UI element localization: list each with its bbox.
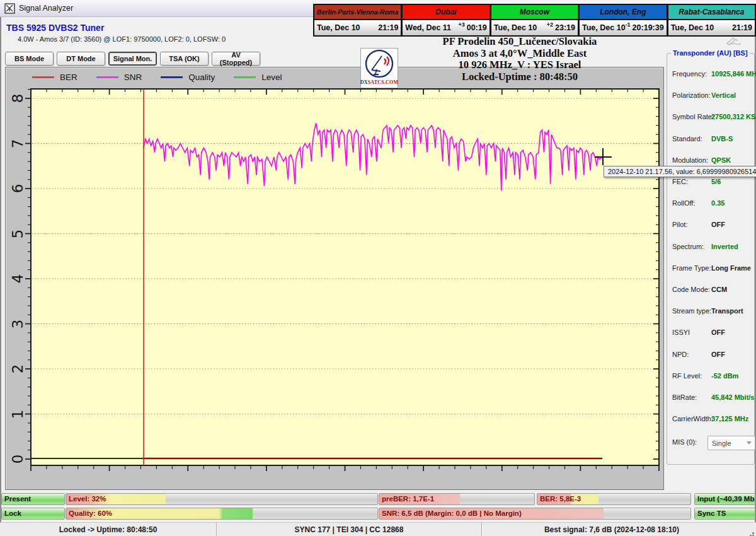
transponder-label: RollOff: (672, 199, 695, 209)
signal-analyzer-window: { "window": {"title": "Signal Analyzer"}… (0, 0, 756, 536)
quality-meter: Quality: 60% (66, 508, 378, 520)
meter-label: SNR: 6,5 dB (Margin: 0,0 dB | No Margin) (382, 508, 522, 519)
transponder-value: OFF (711, 221, 725, 228)
y-axis-label: 5 (8, 224, 27, 243)
clock-date: Tue, Dec 10 (317, 23, 376, 32)
sync-ts-meter: Sync TS (694, 508, 755, 520)
transponder-value: 10925,846 MHz (711, 70, 756, 78)
transponder-panel-title: Transponder (AU) [BS] (671, 49, 750, 57)
clock-city-label: London, Eng (580, 5, 667, 20)
clock-utc-offset: -1 (626, 21, 631, 28)
mis-dropdown[interactable]: Single (707, 436, 755, 450)
tuner-config: 4.0W - Amos 3/7 (ID: 3560) @ LOF1: 97500… (18, 35, 226, 43)
dt-mode-button[interactable]: DT Mode (57, 52, 105, 66)
transponder-label: Frame Type: (672, 264, 711, 274)
ber-legend-line (32, 76, 54, 78)
transponder-value: 37,125 MHz (711, 415, 748, 422)
resize-grip[interactable] (752, 532, 754, 534)
transponder-row: Symbol Rate:27500,312 KS/s (672, 113, 750, 122)
app-icon (4, 3, 15, 14)
legend-item-level: Level (234, 73, 282, 82)
status-best-signal: Best signal: 7,6 dB (2024-12-08 18:10) (482, 523, 742, 536)
transponder-row: ISSYIOFF (672, 329, 750, 338)
lock-meter: Lock (1, 508, 65, 520)
clock-utc-offset: +3 (458, 21, 464, 28)
transponder-label: RF Level: (672, 372, 702, 382)
transponder-value: OFF (711, 329, 725, 336)
clock-berlin: Berlin-Paris-Vienna-Roma Tue, Dec 10 21:… (313, 4, 402, 37)
transponder-label: CarrierWidth: (672, 415, 713, 424)
transponder-label: Code Mode: (672, 286, 710, 295)
transponder-value: 45,842 Mbit/s (711, 393, 754, 401)
clock-utc-offset: +2 (547, 21, 553, 28)
transponder-value: QPSK (711, 156, 731, 164)
station-line-satellite: Amos 3 at 4,0°W_Middle East (384, 48, 655, 60)
transponder-value: 0.35 (711, 199, 724, 207)
status-bar: Locked -> Uptime: 80:48:50 SYNC 177 | TE… (0, 522, 756, 536)
cursor-tooltip: 2024-12-10 21.17.56, value: 6,6999998092… (604, 166, 756, 177)
y-axis-label: 8 (8, 89, 27, 108)
legend-item-snr: SNR (96, 73, 142, 82)
meter-label: Sync TS (697, 508, 726, 519)
window-title: Signal Analyzer (19, 4, 73, 13)
ber-meter: BER: 5,8E-3 (537, 493, 691, 505)
y-axis-label: 7 (8, 134, 27, 153)
transponder-label: Frequency: (672, 70, 707, 79)
transponder-row: NPD:OFF (672, 351, 750, 360)
transponder-value: OFF (711, 351, 725, 358)
transponder-row: CarrierWidth:37,125 MHz (672, 415, 750, 424)
y-axis-label: 2 (8, 359, 27, 378)
tsa-button[interactable]: TSA (OK) (160, 52, 209, 66)
station-title-block: PF Prodelin 450_Lučenec/Slovakia Amos 3 … (384, 36, 655, 83)
transponder-value: 27500,312 KS/s (711, 113, 756, 120)
clock-city-label: Rabat-Casablanca (668, 5, 755, 20)
transponder-value: Transport (711, 307, 743, 315)
meter-label: Input (~40,39 Mbps) (697, 494, 755, 504)
status-sync-counters: SYNC 177 | TEI 304 | CC 12868 (217, 523, 482, 536)
clock-time-value: 21:19 (378, 23, 398, 32)
transponder-label: Spectrum: (672, 243, 704, 252)
clock-time-value: 00:19 (467, 23, 487, 32)
signal-mon-button[interactable]: Signal Mon. (108, 52, 157, 66)
meter-label: preBER: 1,7E-1 (382, 494, 434, 504)
tuner-title: TBS 5925 DVBS2 Tuner (6, 23, 104, 33)
transponder-label: Stream type: (672, 307, 711, 317)
transponder-row: BitRate:45,842 Mbit/s (672, 393, 750, 403)
transponder-value: Inverted (711, 243, 738, 250)
transponder-row: Polarization:Vertical (672, 91, 750, 101)
station-line-uptime: Locked-Uptime : 80:48:50 (384, 71, 655, 83)
bs-mode-button[interactable]: BS Mode (5, 52, 54, 66)
status-uptime: Locked -> Uptime: 80:48:50 (0, 523, 217, 536)
clock-london: London, Eng Tue, Dec 10 -1 20:19:39 (579, 4, 668, 37)
meter-label: Level: 32% (69, 494, 106, 504)
snr-plot[interactable] (31, 89, 659, 465)
clock-time-value: 23:19 (555, 23, 575, 32)
meter-label: BER: 5,8E-3 (540, 494, 581, 504)
snr-legend-line (96, 76, 118, 78)
world-clocks: Berlin-Paris-Vienna-Roma Tue, Dec 10 21:… (313, 4, 756, 37)
clock-date: Tue, Dec 10 (671, 23, 730, 32)
chart-legend: BER SNR Quality Level (32, 73, 282, 82)
transponder-label: Pilot: (672, 221, 687, 230)
transponder-row: Pilot:OFF (672, 221, 750, 230)
transponder-value: CCM (711, 286, 727, 293)
transponder-value: 5/6 (711, 178, 721, 185)
transponder-panel: Transponder (AU) [BS] Frequency:10925,84… (667, 53, 755, 465)
level-meter: Level: 32% (66, 493, 378, 505)
transponder-row: Modulation:QPSK (672, 156, 750, 166)
signal-chart-panel: BER SNR Quality Level 012345678 (5, 67, 664, 490)
station-line-frequency: 10 926 MHz_V : YES Israel (384, 59, 655, 71)
transponder-row: Stream type:Transport (672, 307, 750, 317)
transponder-row: RF Level:-52 dBm (672, 372, 750, 382)
clock-rabat: Rabat-Casablanca Tue, Dec 10 21:19 (668, 4, 756, 37)
clock-moscow: Moscow Tue, Dec 10 +2 23:19 (491, 4, 579, 37)
transponder-row: Spectrum:Inverted (672, 243, 750, 252)
transponder-label: ISSYI (672, 329, 690, 338)
snr-meter: SNR: 6,5 dB (Margin: 0,0 dB | No Margin) (379, 508, 691, 520)
clock-date: Tue, Dec 10 (494, 23, 547, 32)
av-button[interactable]: AV (Stopped) (212, 52, 260, 66)
meter-label: Present (4, 494, 31, 504)
preber-meter: preBER: 1,7E-1 (379, 493, 535, 505)
transponder-value: -52 dBm (711, 372, 738, 380)
transponder-row: Standard:DVB-S (672, 135, 750, 144)
